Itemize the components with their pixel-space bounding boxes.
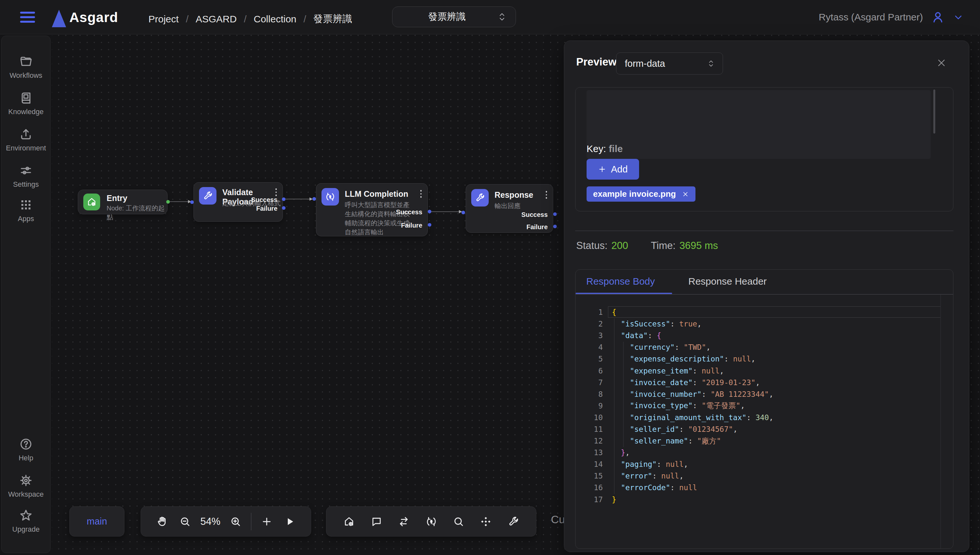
sidebar-item-upgrade[interactable]: Upgrade [2,508,50,534]
code-text: } [603,496,617,504]
code-scrollbar-gutter [940,295,941,549]
key-value: file [608,143,623,154]
zoom-in-icon[interactable] [228,514,243,529]
sidebar-label: Apps [18,215,34,223]
gear-icon [19,474,33,487]
code-lines: 1{2 "isSuccess": true,3 "data": {4 "curr… [576,306,953,505]
breadcrumb-separator: / [244,14,246,25]
port-validate-success[interactable] [282,197,285,201]
line-number: 14 [576,460,603,468]
port-response-success[interactable] [553,212,557,216]
port-llm-input[interactable] [312,197,316,201]
port-validate-input[interactable] [190,201,194,204]
port-label-failure: Failure [401,222,422,229]
node-subtitle: 輸出回應 [495,201,520,210]
sidebar-item-workspace[interactable]: Workspace [2,474,50,499]
line-number: 2 [576,320,603,328]
hamburger-menu-icon[interactable] [20,12,35,23]
port-response-input[interactable] [461,211,465,214]
add-icon[interactable] [259,514,274,529]
breadcrumb-separator: / [304,14,306,25]
sidebar: Workflows Knowledge Environment Settings… [1,36,51,553]
zoom-level[interactable]: 54% [200,516,220,528]
breadcrumb-project[interactable]: Project [149,14,179,25]
key-label: Key: [586,143,606,154]
code-text: "expense_description": null, [603,354,756,363]
search-icon[interactable] [451,514,466,529]
code-line: 2 "isSuccess": true, [576,318,953,330]
file-chip[interactable]: example invoice.png [586,186,695,202]
code-line: 1{ [576,306,953,318]
sidebar-label: Knowledge [8,107,44,116]
line-number: 6 [576,367,603,375]
sidebar-item-workflows[interactable]: Workflows [2,55,50,80]
app-root: Asgard Project / ASGARD / Collection / 發… [0,0,980,555]
code-line: 11 "seller_id": "01234567", [576,423,953,435]
code-line: 7 "invoice_date": "2019-01-23", [576,377,953,388]
port-validate-failure[interactable] [282,206,285,210]
code-text: "seller_name": "廠方" [603,436,721,446]
asgard-logo-icon [52,10,66,27]
entry-node-icon [83,194,100,210]
port-llm-success[interactable] [428,210,431,213]
indent-guide [614,318,615,494]
user-name: Rytass (Asgard Partner) [818,12,923,23]
add-entry-node-icon[interactable] [341,514,357,529]
grid-dots-icon [19,198,33,212]
node-llm-completion[interactable]: LLM Completion 呼叫大型語言模型並產生結構化的資料輸出以輔助流程的… [316,183,428,236]
tool-node-icon[interactable] [506,514,521,529]
format-select[interactable]: form-data [616,53,723,75]
node-response[interactable]: Response 輸出回應 Success Failure [466,184,553,233]
port-llm-failure[interactable] [428,223,431,226]
branch-selector[interactable]: main [69,506,125,537]
node-menu-kebab-icon[interactable] [544,190,549,200]
node-validate-payload[interactable]: Validate Payload 定義工具的輸入格式 Success Failu… [194,182,283,222]
sidebar-item-knowledge[interactable]: Knowledge [2,91,50,116]
port-response-failure[interactable] [553,225,557,228]
code-text: "original_amount_with_tax": 340, [603,413,773,422]
comment-icon[interactable] [369,514,384,529]
response-node-icon [471,189,489,207]
run-workflow-icon[interactable] [282,514,298,529]
top-navbar: Asgard Project / ASGARD / Collection / 發… [0,0,980,34]
code-line: 8 "invoice_number": "AB 11223344", [576,388,953,400]
breadcrumb-workflow[interactable]: 發票辨識 [313,12,352,26]
llm-node-icon[interactable] [424,514,439,529]
node-title: Response [495,190,533,200]
node-menu-kebab-icon[interactable] [419,189,423,199]
workflow-select[interactable]: 發票辨識 [392,6,516,27]
code-text: "errorCode": null [603,483,697,492]
scrollbar-thumb[interactable] [934,90,935,133]
close-icon[interactable] [934,56,948,70]
code-line: 9 "invoice_type": "電子發票", [576,400,953,412]
breadcrumb-collection[interactable]: Collection [254,14,296,25]
tab-response-body[interactable]: Response Body [586,276,655,287]
move-nodes-icon[interactable] [478,514,493,529]
node-title: Entry [107,194,127,203]
user-menu[interactable]: Rytass (Asgard Partner) [818,0,964,34]
port-entry-output[interactable] [166,200,170,204]
code-line: 6 "expense_item": null, [576,365,953,376]
node-menu-kebab-icon[interactable] [274,187,279,197]
code-line: 17} [576,494,953,505]
code-text: "data": { [603,331,661,340]
add-file-button[interactable]: Add [586,159,639,180]
sidebar-item-help[interactable]: Help [2,437,50,462]
swap-connection-icon[interactable] [396,514,412,529]
node-entry[interactable]: Entry Node: 工作流程的起點 [78,190,168,214]
hand-pan-icon[interactable] [154,514,170,529]
sidebar-item-settings[interactable]: Settings [2,164,50,189]
sidebar-item-apps[interactable]: Apps [2,198,50,223]
zoom-out-icon[interactable] [177,514,193,529]
tab-response-header[interactable]: Response Header [689,276,767,287]
chevron-down-icon [953,12,964,23]
remove-file-icon[interactable] [682,191,689,198]
port-label-failure: Failure [256,205,277,212]
chevron-updown-icon [708,59,714,68]
sidebar-item-environment[interactable]: Environment [2,127,50,152]
sidebar-label: Environment [6,144,46,152]
edge-validate-llm [285,199,310,199]
current-line-highlight [608,306,941,318]
chevron-updown-icon [498,12,506,22]
breadcrumb-asgard[interactable]: ASGARD [196,14,237,25]
